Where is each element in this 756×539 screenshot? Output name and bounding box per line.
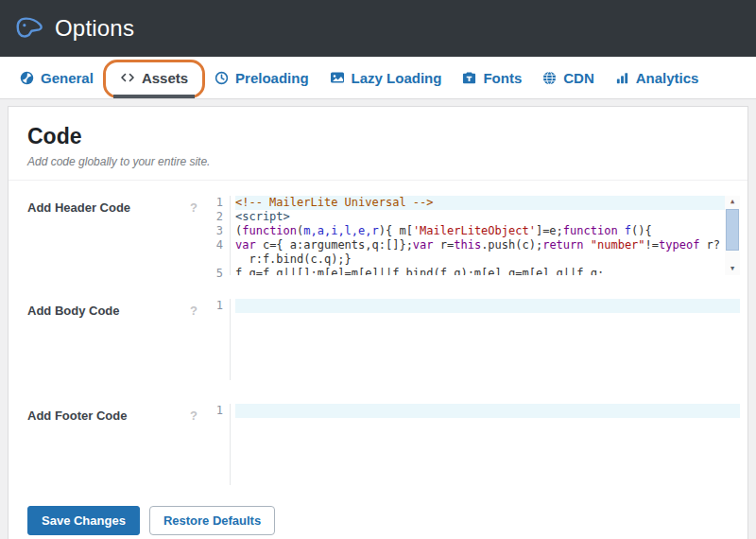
field-label-column: Add Footer Code ?	[27, 404, 205, 423]
code-line	[235, 404, 740, 418]
tab-label: Analytics	[636, 70, 699, 86]
line-number: 4	[205, 238, 223, 252]
field-label-column: Add Header Code ?	[27, 196, 205, 215]
line-number	[205, 252, 223, 267]
image-icon	[330, 70, 345, 85]
chart-icon	[615, 71, 629, 85]
line-number: 1	[205, 404, 223, 418]
section-title: Code	[27, 124, 729, 149]
editor-content	[231, 299, 740, 380]
help-icon[interactable]: ?	[190, 304, 198, 318]
gauge-icon	[20, 71, 34, 85]
field-label: Add Footer Code	[27, 409, 127, 423]
scroll-up-arrow[interactable]: ▲	[725, 196, 740, 208]
clock-icon	[215, 71, 229, 85]
add-body-code-row: Add Body Code ? 1	[9, 275, 747, 380]
help-icon[interactable]: ?	[190, 409, 198, 423]
line-number: 3	[205, 224, 223, 238]
help-icon[interactable]: ?	[190, 200, 198, 215]
actions-row: Save Changes Restore Defaults	[9, 485, 747, 535]
field-label-column: Add Body Code ?	[27, 299, 205, 318]
tab-cdn[interactable]: CDN	[532, 57, 605, 98]
code-line	[235, 299, 740, 313]
editor-content: <!-- MailerLite Universal --><script>(fu…	[231, 196, 725, 275]
line-number: 2	[205, 210, 223, 224]
app-header: Options	[0, 0, 756, 57]
line-number: 1	[205, 196, 223, 210]
globe-icon	[542, 71, 557, 85]
tab-label: Preloading	[235, 70, 309, 86]
section-subtitle: Add code globally to your entire site.	[27, 155, 729, 168]
code-line: <script>	[235, 210, 725, 224]
scrollbar-thumb[interactable]	[726, 209, 739, 251]
code-line: (function(m,a,i,l,e,r){ m['MailerLiteObj…	[235, 224, 725, 238]
editor-content	[231, 404, 740, 485]
tab-preloading[interactable]: Preloading	[204, 57, 319, 98]
code-line: f.q=f.q||[];m[e]=m[e]||f.bind(f.q);m[e].…	[235, 267, 725, 275]
field-label: Add Body Code	[27, 304, 120, 318]
editor-gutter: 1	[205, 299, 231, 380]
options-panel: Code Add code globally to your entire si…	[8, 106, 748, 539]
tab-label: CDN	[563, 70, 594, 86]
scroll-down-arrow[interactable]: ▼	[725, 263, 740, 275]
add-header-code-row: Add Header Code ? 12345 <!-- MailerLite …	[9, 181, 747, 275]
add-header-code-editor[interactable]: 12345 <!-- MailerLite Universal --><scri…	[205, 196, 740, 275]
code-line: r:f.bind(c.q);}	[235, 252, 725, 267]
add-footer-code-editor[interactable]: 1	[205, 404, 740, 485]
tab-label: Assets	[142, 70, 188, 86]
tab-label: Fonts	[483, 70, 522, 86]
section-header: Code Add code globally to your entire si…	[9, 107, 747, 180]
tab-bar: GeneralAssetsPreloadingLazy LoadingFonts…	[0, 57, 756, 99]
font-icon	[462, 71, 476, 85]
save-changes-button[interactable]: Save Changes	[27, 506, 140, 535]
tab-general[interactable]: General	[9, 57, 104, 98]
app-logo-icon	[14, 13, 44, 43]
code-line: <!-- MailerLite Universal -->	[235, 196, 725, 210]
editor-scrollbar[interactable]: ▲▼	[725, 196, 740, 275]
editor-gutter: 1	[205, 404, 231, 485]
add-body-code-editor[interactable]: 1	[205, 299, 740, 380]
page-title: Options	[55, 15, 134, 42]
code-line: var c={ a:arguments,q:[]};var r=this.pus…	[235, 238, 725, 252]
code-icon	[120, 70, 135, 85]
spacer	[0, 99, 756, 106]
tab-label: General	[41, 70, 94, 86]
editor-gutter: 12345	[205, 196, 231, 275]
restore-defaults-button[interactable]: Restore Defaults	[149, 506, 275, 535]
tab-lazy-loading[interactable]: Lazy Loading	[319, 57, 453, 98]
tab-label: Lazy Loading	[352, 70, 442, 86]
line-number: 1	[205, 299, 223, 313]
field-label: Add Header Code	[27, 200, 130, 215]
tab-assets[interactable]: Assets	[110, 57, 198, 98]
tab-fonts[interactable]: Fonts	[452, 57, 532, 98]
line-number: 5	[205, 267, 223, 281]
add-footer-code-row: Add Footer Code ? 1	[9, 380, 747, 485]
tab-analytics[interactable]: Analytics	[605, 57, 710, 98]
